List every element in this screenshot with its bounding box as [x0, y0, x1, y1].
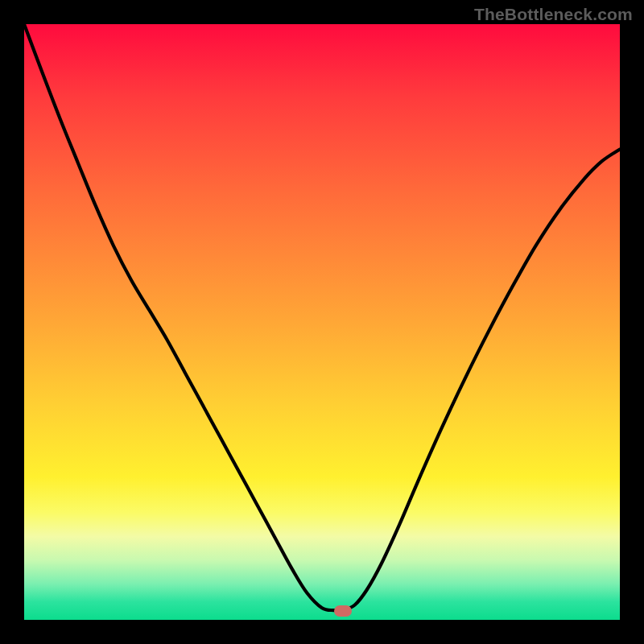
chart-frame: TheBottleneck.com: [0, 0, 644, 644]
plot-area: [24, 24, 620, 620]
bottleneck-curve: [24, 24, 620, 611]
curve-layer: [24, 24, 620, 620]
watermark-text: TheBottleneck.com: [474, 5, 633, 24]
optimal-point-marker: [334, 605, 352, 617]
